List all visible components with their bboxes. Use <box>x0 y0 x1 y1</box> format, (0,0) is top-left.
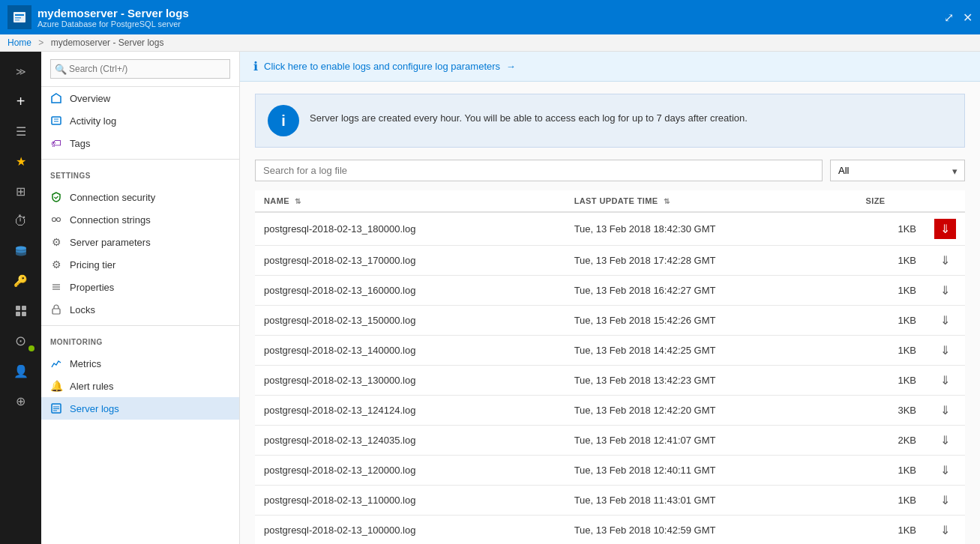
size-column-header[interactable]: SIZE <box>857 190 925 212</box>
connection-security-label: Connection security <box>70 192 155 203</box>
download-button[interactable]: ⇓ <box>937 522 953 539</box>
table-row: postgresql-2018-02-13_150000.logTue, 13 … <box>255 306 965 336</box>
sub-title: Azure Database for PostgreSQL server <box>37 19 189 28</box>
svg-rect-10 <box>52 117 61 124</box>
download-button[interactable]: ⇓ <box>937 492 953 509</box>
sidebar: 🔍 Overview Activity log <box>41 52 240 544</box>
svg-rect-5 <box>16 306 20 310</box>
log-file-name: postgresql-2018-02-13_124124.log <box>255 396 565 426</box>
search-input[interactable] <box>50 59 230 79</box>
download-cell: ⇓ <box>925 276 965 306</box>
download-cell: ⇓ <box>925 366 965 396</box>
table-row: postgresql-2018-02-13_140000.logTue, 13 … <box>255 336 965 366</box>
sidebar-item-alert-rules[interactable]: 🔔 Alert rules <box>41 375 239 397</box>
connection-security-icon <box>50 191 62 203</box>
log-last-update: Tue, 13 Feb 2018 10:42:59 GMT <box>565 516 857 545</box>
log-file-name: postgresql-2018-02-13_180000.log <box>255 212 565 246</box>
favorites-icon[interactable]: ★ <box>4 148 37 175</box>
metrics-label: Metrics <box>70 358 101 369</box>
breadcrumb-home[interactable]: Home <box>7 37 31 48</box>
recent-icon[interactable]: ⏱ <box>4 208 37 235</box>
log-search-input[interactable] <box>255 160 823 181</box>
download-button[interactable]: ⇓ <box>937 372 953 389</box>
log-file-name: postgresql-2018-02-13_150000.log <box>255 306 565 336</box>
info-banner: ℹ Click here to enable logs and configur… <box>240 52 980 82</box>
marketplace-icon[interactable] <box>4 297 37 324</box>
sidebar-item-metrics[interactable]: Metrics <box>41 352 239 375</box>
sidebar-item-activity-log[interactable]: Activity log <box>41 109 239 132</box>
name-column-header[interactable]: NAME ⇅ <box>255 190 565 212</box>
table-row: postgresql-2018-02-13_160000.logTue, 13 … <box>255 276 965 306</box>
last-update-sort-icon: ⇅ <box>664 197 670 205</box>
sidebar-search-container: 🔍 <box>41 52 239 87</box>
download-button[interactable]: ⇓ <box>937 432 953 449</box>
download-cell: ⇓ <box>925 456 965 486</box>
download-button[interactable]: ⇓ <box>937 402 953 419</box>
log-size: 2KB <box>857 426 925 456</box>
sidebar-item-tags[interactable]: 🏷 Tags <box>41 132 239 154</box>
configure-logs-link[interactable]: Click here to enable logs and configure … <box>264 61 516 72</box>
download-cell: ⇓ <box>925 306 965 336</box>
monitor-icon[interactable]: ⊙ <box>4 327 37 354</box>
close-button[interactable]: ✕ <box>963 10 973 25</box>
table-row: postgresql-2018-02-13_130000.logTue, 13 … <box>255 366 965 396</box>
log-file-name: postgresql-2018-02-13_100000.log <box>255 516 565 545</box>
download-button[interactable]: ⇓ <box>937 282 953 299</box>
extensions-icon[interactable]: ⊕ <box>4 387 37 414</box>
sidebar-item-connection-strings[interactable]: Connection strings <box>41 208 239 231</box>
sidebar-item-overview[interactable]: Overview <box>41 87 239 109</box>
download-column-header <box>925 190 965 212</box>
breadcrumb-current: mydemoserver - Server logs <box>51 37 164 48</box>
resource-icon <box>7 5 31 29</box>
metrics-icon <box>50 357 62 369</box>
tags-label: Tags <box>70 138 90 149</box>
log-file-name: postgresql-2018-02-13_130000.log <box>255 366 565 396</box>
dashboard-icon[interactable]: ⊞ <box>4 178 37 205</box>
svg-rect-1 <box>15 14 24 16</box>
db-icon[interactable] <box>4 238 37 265</box>
log-last-update: Tue, 13 Feb 2018 14:42:25 GMT <box>565 336 857 366</box>
locks-label: Locks <box>70 304 95 315</box>
log-file-name: postgresql-2018-02-13_124035.log <box>255 426 565 456</box>
svg-rect-7 <box>16 312 20 316</box>
pricing-tier-label: Pricing tier <box>70 259 115 271</box>
last-update-column-header[interactable]: LAST UPDATE TIME ⇅ <box>565 190 857 212</box>
download-cell: ⇓ <box>925 212 965 246</box>
security-icon[interactable]: 👤 <box>4 357 37 384</box>
sidebar-item-pricing-tier[interactable]: ⚙ Pricing tier <box>41 253 239 276</box>
time-filter-select[interactable]: AllLast 24 hoursLast 7 days <box>830 160 965 181</box>
sidebar-item-server-logs[interactable]: Server logs <box>41 397 239 420</box>
maximize-button[interactable]: ⤢ <box>944 10 954 25</box>
log-last-update: Tue, 13 Feb 2018 12:40:11 GMT <box>565 456 857 486</box>
download-button[interactable]: ⇓ <box>937 312 953 329</box>
sidebar-item-server-parameters[interactable]: ⚙ Server parameters <box>41 231 239 253</box>
sidebar-item-locks[interactable]: Locks <box>41 298 239 321</box>
banner-arrow: → <box>506 61 516 72</box>
log-last-update: Tue, 13 Feb 2018 17:42:28 GMT <box>565 246 857 276</box>
log-last-update: Tue, 13 Feb 2018 16:42:27 GMT <box>565 276 857 306</box>
download-button[interactable]: ⇓ <box>937 252 953 269</box>
tags-icon: 🏷 <box>50 137 62 149</box>
name-sort-icon: ⇅ <box>295 197 301 205</box>
menu-icon[interactable]: ☰ <box>4 118 37 145</box>
log-size: 1KB <box>857 336 925 366</box>
banner-link-text: Click here to enable logs and configure … <box>264 61 500 72</box>
log-size: 1KB <box>857 486 925 516</box>
sidebar-item-connection-security[interactable]: Connection security <box>41 186 239 208</box>
svg-rect-3 <box>15 19 19 21</box>
log-file-name: postgresql-2018-02-13_170000.log <box>255 246 565 276</box>
create-resource-icon[interactable]: + <box>4 88 37 115</box>
download-button[interactable]: ⇓ <box>937 462 953 479</box>
svg-rect-8 <box>22 312 26 316</box>
log-last-update: Tue, 13 Feb 2018 12:42:20 GMT <box>565 396 857 426</box>
expand-nav-icon[interactable]: ≫ <box>4 58 37 85</box>
table-row: postgresql-2018-02-13_124124.logTue, 13 … <box>255 396 965 426</box>
download-button[interactable]: ⇓ <box>934 219 956 239</box>
key-icon[interactable]: 🔑 <box>4 268 37 294</box>
sidebar-item-properties[interactable]: Properties <box>41 276 239 298</box>
download-button[interactable]: ⇓ <box>937 342 953 359</box>
log-file-name: postgresql-2018-02-13_140000.log <box>255 336 565 366</box>
server-parameters-icon: ⚙ <box>50 236 62 248</box>
svg-rect-2 <box>15 17 21 19</box>
overview-icon <box>50 92 62 104</box>
